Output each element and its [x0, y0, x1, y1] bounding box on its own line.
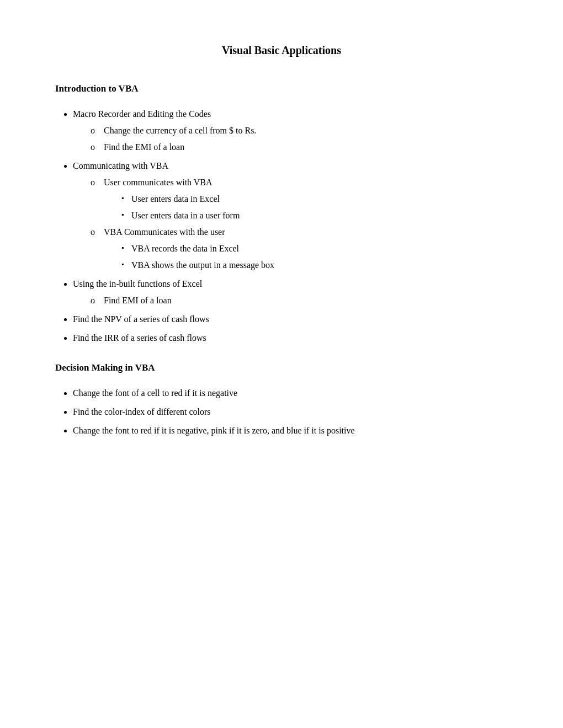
- list-item: VBA shows the output in a message box: [121, 259, 508, 272]
- section-heading-decision: Decision Making in VBA: [55, 362, 508, 373]
- list-item: VBA records the data in Excel: [121, 242, 508, 255]
- list-item-text: Change the currency of a cell from $ to …: [104, 126, 256, 135]
- intro-list: Macro Recorder and Editing the Codes Cha…: [73, 108, 508, 345]
- decision-list: Change the font of a cell to red if it i…: [73, 387, 508, 437]
- list-item-text: VBA Communicates with the user: [104, 227, 225, 237]
- page-title: Visual Basic Applications: [55, 44, 508, 57]
- list-item-text: Change the font to red if it is negative…: [73, 426, 355, 435]
- list-item-text: User enters data in a user form: [131, 211, 240, 220]
- list-item-text: Find the NPV of a series of cash flows: [73, 314, 209, 324]
- level3-list: User enters data in Excel User enters da…: [121, 192, 508, 222]
- list-item-text: Using the in-built functions of Excel: [73, 279, 202, 288]
- level2-list: Find EMI of a loan: [91, 294, 508, 307]
- list-item-text: VBA records the data in Excel: [131, 244, 239, 253]
- list-item-text: Find the IRR of a series of cash flows: [73, 333, 206, 342]
- list-item: Find the color-index of different colors: [73, 405, 508, 419]
- level2-list: Change the currency of a cell from $ to …: [91, 124, 508, 154]
- list-item-text: Find the color-index of different colors: [73, 407, 211, 416]
- list-item-text: Find the EMI of a loan: [104, 142, 184, 152]
- level2-list: User communicates with VBA User enters d…: [91, 176, 508, 272]
- list-item: Change the font to red if it is negative…: [73, 424, 508, 437]
- list-item: Find the IRR of a series of cash flows: [73, 331, 508, 345]
- level3-list: VBA records the data in Excel VBA shows …: [121, 242, 508, 272]
- list-item: Communicating with VBA User communicates…: [73, 159, 508, 272]
- list-item: Using the in-built functions of Excel Fi…: [73, 277, 508, 307]
- list-item: Find the EMI of a loan: [91, 141, 508, 154]
- section-intro: Introduction to VBA Macro Recorder and E…: [55, 83, 508, 345]
- list-item-text: Macro Recorder and Editing the Codes: [73, 109, 211, 119]
- section-heading-intro: Introduction to VBA: [55, 83, 508, 94]
- list-item-text: Find EMI of a loan: [104, 296, 172, 305]
- list-item: Find the NPV of a series of cash flows: [73, 313, 508, 326]
- list-item-text: User enters data in Excel: [131, 194, 220, 204]
- list-item-text: User communicates with VBA: [104, 178, 213, 187]
- list-item: Macro Recorder and Editing the Codes Cha…: [73, 108, 508, 154]
- list-item: User communicates with VBA User enters d…: [91, 176, 508, 222]
- list-item: User enters data in Excel: [121, 192, 508, 206]
- list-item: Find EMI of a loan: [91, 294, 508, 307]
- list-item: Change the font of a cell to red if it i…: [73, 387, 508, 400]
- list-item-text: Change the font of a cell to red if it i…: [73, 388, 237, 398]
- list-item: User enters data in a user form: [121, 209, 508, 222]
- section-decision: Decision Making in VBA Change the font o…: [55, 362, 508, 437]
- list-item: VBA Communicates with the user VBA recor…: [91, 226, 508, 272]
- list-item-text: VBA shows the output in a message box: [131, 260, 274, 270]
- list-item: Change the currency of a cell from $ to …: [91, 124, 508, 137]
- page: Visual Basic Applications Introduction t…: [0, 0, 563, 728]
- list-item-text: Communicating with VBA: [73, 161, 168, 170]
